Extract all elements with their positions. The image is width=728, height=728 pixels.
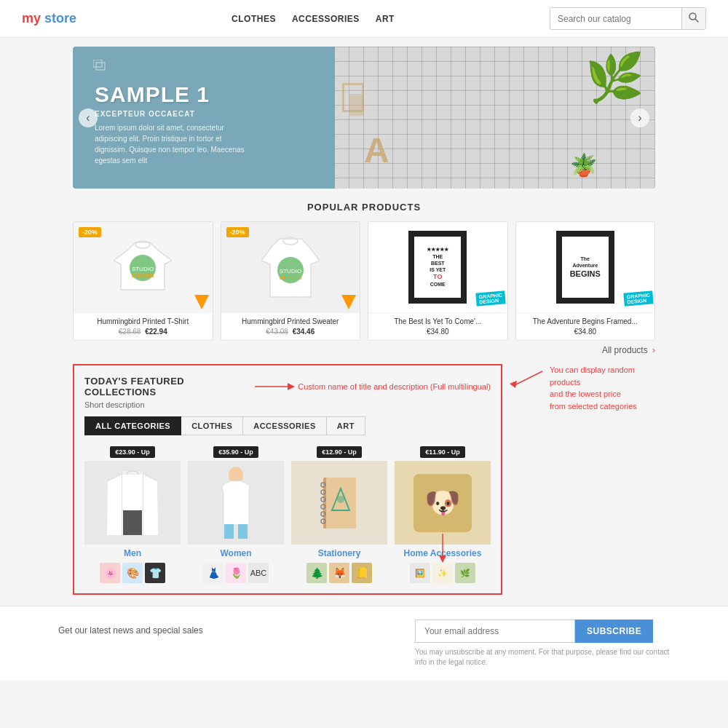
collection-home[interactable]: €11.90 - Up 🐶 [395, 446, 491, 583]
collection-img-men [84, 461, 181, 545]
svg-rect-28 [326, 478, 356, 529]
product-card[interactable]: TheAdventureBEGINS GRAPHICDESIGN The Adv… [515, 221, 656, 341]
product-name: The Adventure Begins Framed... [521, 317, 651, 325]
collection-price-home: €11.90 - Up [420, 446, 465, 458]
svg-text:DESIGN: DESIGN [132, 272, 154, 279]
product-card[interactable]: ★★★★★THEBESTIS YETTOCOME GRAPHICDESIGN T… [368, 221, 508, 341]
main-nav: CLOTHES ACCESSORIES ART [232, 14, 395, 24]
carousel-title: SAMPLE 1 [95, 82, 342, 107]
search-button[interactable] [681, 8, 705, 29]
svg-text:STUDIO: STUDIO [280, 268, 301, 274]
annotation-text: Custom name of title and description (Fu… [298, 382, 491, 391]
svg-marker-21 [107, 475, 122, 535]
product-card[interactable]: -20% STUDIO DESIGN Hummingbird Printed S… [221, 221, 361, 341]
product-card[interactable]: -20% STUDIO DESIGN Hummingbird [73, 221, 213, 341]
footer-note: You may unsubscribe at any moment. For t… [415, 647, 670, 668]
product-old-price: €43.08 [266, 328, 288, 336]
carousel-subtitle: EXCEPTEUR OCCAECAT [95, 110, 342, 118]
subscribe-button[interactable]: SUBSCRIBE [575, 620, 653, 643]
search-icon [689, 12, 699, 23]
collection-img-women [188, 461, 284, 545]
svg-rect-26 [238, 524, 248, 539]
svg-text:STUDIO: STUDIO [132, 266, 154, 272]
svg-marker-22 [143, 475, 158, 535]
collection-price-men: €23.90 - Up [110, 446, 155, 458]
svg-marker-15 [288, 383, 295, 390]
newsletter-label: Get our latest news and special sales [58, 620, 203, 636]
product-pricing: €43.08 €34.46 [226, 328, 356, 336]
tab-accessories[interactable]: ACCESSORIES [243, 416, 327, 435]
carousel-text: Lorem ipsum dolor sit amet, consectetur … [95, 122, 255, 166]
svg-rect-25 [224, 524, 234, 539]
svg-rect-23 [123, 510, 142, 535]
all-products-link[interactable]: All products [602, 345, 648, 355]
collection-women[interactable]: €35.90 - Up Women [188, 446, 284, 583]
product-badge: -20% [226, 227, 249, 237]
collection-thumb: 👕 [145, 563, 165, 583]
product-price: €34.80 [427, 328, 449, 336]
product-badge: -20% [79, 227, 101, 237]
collection-men[interactable]: €23.90 - Up [84, 446, 181, 583]
product-image: ★★★★★THEBESTIS YETTOCOME GRAPHICDESIGN [368, 222, 507, 313]
featured-title: TODAY'S FEATURED COLLECTIONS [84, 376, 242, 397]
email-input[interactable] [415, 620, 575, 643]
collection-thumb: 🌿 [455, 563, 475, 583]
products-annotation-text: You can display random productsand the l… [550, 364, 655, 412]
product-new-price: €22.94 [145, 328, 167, 336]
products-annotation-arrow-icon [510, 368, 546, 389]
svg-rect-3 [96, 63, 105, 70]
collection-name-women[interactable]: Women [188, 548, 284, 558]
nav-accessories[interactable]: ACCESSORIES [292, 14, 360, 24]
collection-thumb: 🌷 [226, 563, 246, 583]
nav-clothes[interactable]: CLOTHES [232, 14, 276, 24]
collection-img-stationery [291, 461, 387, 545]
product-price: €34.80 [574, 328, 596, 336]
collection-thumb: 📒 [352, 563, 372, 583]
svg-rect-2 [93, 60, 102, 67]
collection-name-stationery[interactable]: Stationery [291, 548, 387, 558]
section-popular-products: POPULAR PRODUCTS -20% STUDIO DESIGN [73, 202, 655, 355]
all-products-arrow: › [652, 345, 655, 355]
product-pricing: €34.80 [373, 328, 503, 336]
nav-art[interactable]: ART [376, 14, 395, 24]
collection-name-men[interactable]: Men [84, 548, 181, 558]
svg-text:DESIGN: DESIGN [279, 274, 301, 281]
svg-marker-38 [439, 555, 446, 563]
annotation-arrow-icon [251, 379, 295, 394]
collection-price-stationery: €12.90 - Up [317, 446, 362, 458]
svg-line-1 [695, 19, 698, 22]
collection-thumb: 🌸 [100, 563, 120, 583]
collection-stationery[interactable]: €12.90 - Up [291, 446, 387, 583]
collection-thumb: 🌲 [306, 563, 327, 583]
collection-thumb: 👗 [203, 563, 223, 583]
collection-thumb: 🎨 [122, 563, 143, 583]
collection-thumb: 🖼️ [410, 563, 430, 583]
svg-point-36 [337, 496, 344, 503]
collection-img-home: 🐶 [395, 461, 491, 545]
product-old-price: €28.68 [119, 328, 141, 336]
collection-thumb: ✨ [432, 563, 453, 583]
product-new-price: €34.46 [293, 328, 315, 336]
popular-products-title: POPULAR PRODUCTS [73, 202, 655, 213]
product-name: Hummingbird Printed T-Shirt [78, 317, 208, 325]
tab-all-categories[interactable]: ALL CATEGORIES [84, 416, 181, 435]
svg-marker-40 [510, 381, 517, 388]
carousel: 🌿 A 🪴 SAMPLE 1 EXCEPTEUR OCCAECAT Lorem … [73, 47, 655, 189]
featured-description: Short description [84, 400, 491, 409]
carousel-prev-button[interactable]: ‹ [79, 108, 98, 127]
carousel-next-button[interactable]: › [630, 108, 649, 127]
product-image: TheAdventureBEGINS GRAPHICDESIGN [516, 222, 655, 313]
products-annotation-arrow [432, 534, 454, 563]
collection-thumb: 🦊 [329, 563, 349, 583]
search-input[interactable] [550, 9, 681, 28]
product-pricing: €28.68 €22.94 [78, 328, 208, 336]
collection-price-women: €35.90 - Up [213, 446, 258, 458]
svg-line-39 [513, 371, 542, 386]
product-name: The Best Is Yet To Come'... [373, 317, 503, 325]
tab-clothes[interactable]: CLOTHES [181, 416, 243, 435]
search-box [550, 7, 706, 30]
tab-art[interactable]: ART [327, 416, 365, 435]
logo[interactable]: my store [22, 11, 76, 26]
collection-thumb: ABC [248, 563, 269, 583]
product-pricing: €34.80 [521, 328, 651, 336]
